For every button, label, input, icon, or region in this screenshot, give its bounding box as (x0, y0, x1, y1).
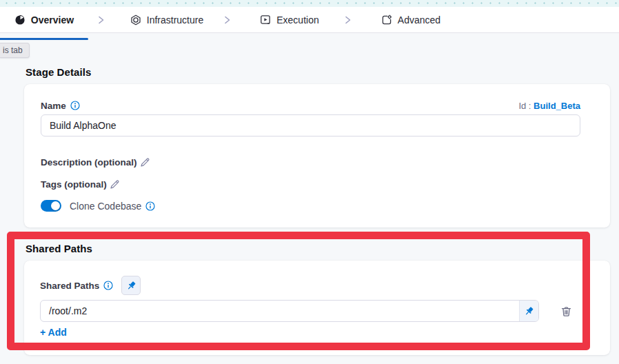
pipeline-canvas-strip (0, 0, 619, 7)
stage-name-input[interactable] (41, 114, 580, 136)
clone-codebase-row: Clone Codebase (41, 200, 155, 212)
shared-paths-card: Shared Paths (24, 261, 610, 355)
stage-details-heading: Stage Details (26, 66, 92, 78)
id-label: Id : (518, 101, 531, 111)
shared-path-row (40, 300, 574, 322)
id-value-link[interactable]: Build_Beta (534, 101, 580, 111)
tags-row: Tags (optional) (41, 179, 120, 190)
name-row: Name Id : Build_Beta (41, 99, 580, 112)
tab-advanced[interactable]: Advanced (370, 7, 451, 32)
add-path-link[interactable]: + Add (40, 327, 67, 338)
toggle-knob (51, 201, 60, 210)
active-tab-underline (0, 38, 88, 40)
pin-all-button[interactable] (121, 276, 141, 295)
info-icon[interactable] (70, 101, 80, 110)
tab-overview-label: Overview (31, 14, 74, 26)
chevron-right-icon (343, 14, 354, 26)
tab-infrastructure[interactable]: Infrastructure (119, 7, 215, 32)
pin-icon (524, 306, 534, 316)
tooltip-text: is tab (3, 46, 23, 55)
delete-path-button[interactable] (558, 303, 574, 318)
name-input-wrap (41, 114, 580, 136)
edit-pencil-icon[interactable] (110, 179, 120, 190)
description-label: Description (optional) (41, 157, 137, 168)
name-label: Name (41, 101, 66, 111)
shared-paths-label-wrap: Shared Paths (40, 281, 113, 291)
tab-infrastructure-label: Infrastructure (147, 14, 203, 26)
tab-execution-label: Execution (276, 14, 318, 26)
clone-codebase-label-wrap: Clone Codebase (70, 201, 155, 212)
input-type-pin-button[interactable] (519, 301, 538, 321)
stage-details-card: Name Id : Build_Beta Description (option… (24, 84, 610, 228)
stage-id: Id : Build_Beta (518, 101, 580, 111)
tab-overview[interactable]: Overview (0, 7, 88, 32)
shared-path-input-group (40, 300, 539, 322)
clone-codebase-label: Clone Codebase (70, 201, 141, 212)
name-label-wrap: Name (41, 101, 80, 111)
edit-pencil-icon[interactable] (140, 157, 150, 168)
advanced-icon (381, 14, 392, 26)
shared-paths-label-row: Shared Paths (40, 276, 141, 295)
shared-paths-heading: Shared Paths (26, 243, 92, 254)
shared-paths-label: Shared Paths (40, 281, 99, 291)
pin-icon (126, 281, 136, 291)
stage-tab-bar: Overview Infrastructure Execution Advanc… (0, 7, 619, 33)
info-icon[interactable] (103, 281, 113, 290)
shared-path-input[interactable] (41, 301, 519, 321)
chevron-right-icon (222, 14, 233, 26)
clone-codebase-toggle[interactable] (41, 200, 61, 212)
tab-advanced-label: Advanced (398, 14, 440, 26)
execution-icon (260, 14, 271, 26)
overview-icon (14, 14, 26, 26)
tags-label: Tags (optional) (41, 179, 107, 190)
trash-icon (560, 305, 573, 318)
tooltip: is tab (0, 43, 30, 58)
tab-execution[interactable]: Execution (248, 7, 331, 32)
infrastructure-icon (130, 14, 141, 26)
info-icon[interactable] (145, 201, 155, 211)
chevron-right-icon (96, 14, 107, 26)
description-row: Description (optional) (41, 157, 150, 168)
